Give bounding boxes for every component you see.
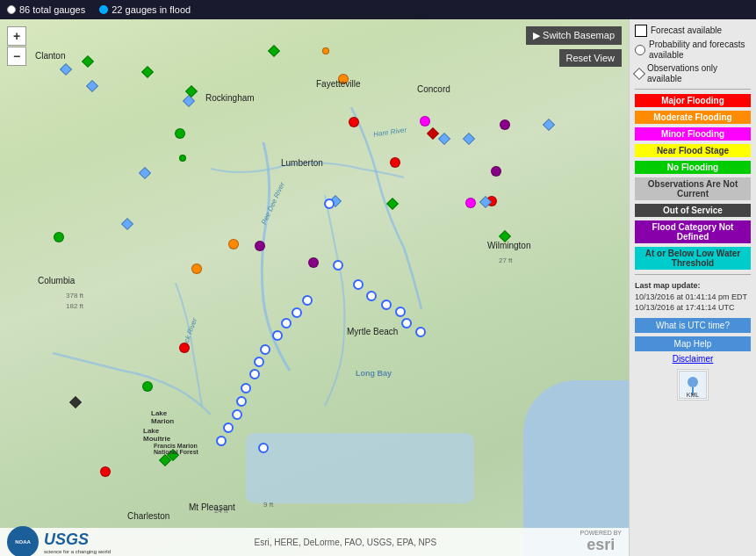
map-area[interactable]: + − ▶ Switch Basemap Reset View Lumberto… xyxy=(0,19,629,556)
legend-low-water: At or Below Low Water Threshold xyxy=(635,247,751,270)
legend-near-flood-stage: Near Flood Stage xyxy=(635,144,751,157)
zoom-in-button[interactable]: + xyxy=(7,26,26,46)
marker-lbdiamond-10 xyxy=(544,120,553,129)
marker-gdiamond-3 xyxy=(270,47,278,55)
kml-svg: KML xyxy=(679,371,707,399)
marker-gdiamond-1 xyxy=(83,57,92,66)
marker-lbdiamond-2 xyxy=(88,82,97,90)
legend-probability: Probability and forecasts available xyxy=(635,40,751,61)
marker-bluec-6 xyxy=(395,307,406,317)
flood-gauges-info: 22 gauges in flood xyxy=(99,4,191,15)
svg-point-1 xyxy=(688,377,698,387)
total-gauges-info: 86 total gauges xyxy=(7,4,85,15)
marker-bluec-9 xyxy=(281,318,292,329)
map-footer: NOAA USGS science for a changing world E… xyxy=(0,528,629,556)
legend-minor-flooding: Minor Flooding xyxy=(635,127,751,141)
main-container: 86 total gauges 22 gauges in flood xyxy=(0,0,756,556)
marker-red-2 xyxy=(390,157,400,168)
last-update-edt: 10/13/2016 at 01:41:14 pm EDT xyxy=(635,292,747,301)
marker-bluec-20 xyxy=(401,318,412,329)
disclaimer-link[interactable]: Disclaimer xyxy=(635,354,751,364)
marker-bluec-4 xyxy=(366,291,377,301)
legend-no-flooding: No Flooding xyxy=(635,161,751,174)
marker-bluec-10 xyxy=(272,330,283,341)
switch-basemap-button[interactable]: ▶ Switch Basemap xyxy=(526,26,622,45)
marker-gdiamond-6 xyxy=(169,451,177,459)
total-gauges-dot xyxy=(7,5,16,14)
marker-lbdiamond-7 xyxy=(440,134,449,143)
marker-lbdiamond-3 xyxy=(123,220,132,228)
footer-logos: NOAA USGS science for a changing world xyxy=(7,526,111,556)
noaa-logo: NOAA xyxy=(7,526,39,556)
marker-lbdiamond-8 xyxy=(464,134,473,143)
legend-not-current: Observations Are Not Current xyxy=(635,177,751,200)
marker-bluec-18 xyxy=(216,436,227,446)
legend-probability-label: Probability and forecasts available xyxy=(649,40,751,61)
top-bar: 86 total gauges 22 gauges in flood xyxy=(0,0,756,19)
sidebar-divider-1 xyxy=(635,89,751,90)
legend-forecast-box xyxy=(635,25,647,37)
marker-lbdiamond-9 xyxy=(481,198,490,206)
marker-orange-1 xyxy=(338,74,349,84)
marker-bluec-16 xyxy=(232,409,242,420)
map-help-button[interactable]: Map Help xyxy=(635,336,751,351)
zoom-out-button[interactable]: − xyxy=(7,47,26,66)
marker-bluec-5 xyxy=(381,300,392,310)
marker-reddiamond-1 xyxy=(428,129,437,138)
marker-bluec-14 xyxy=(241,383,251,394)
marker-bluec-3 xyxy=(353,279,364,290)
marker-green-3 xyxy=(175,128,185,139)
marker-bluec-1 xyxy=(324,199,335,209)
footer-attribution: Esri, HERE, DeLorme, FAO, USGS, EPA, NPS xyxy=(254,538,436,547)
marker-orange-3 xyxy=(228,239,239,249)
marker-magenta-1 xyxy=(420,116,430,126)
marker-bluec-2 xyxy=(333,260,343,271)
zoom-controls: + − xyxy=(7,26,26,66)
legend-forecast-label: Forecast available xyxy=(651,25,722,36)
kml-icon[interactable]: KML xyxy=(677,369,709,401)
marker-bluec-11 xyxy=(260,344,270,355)
marker-lbdiamond-1 xyxy=(61,65,70,74)
marker-bluec-8 xyxy=(292,307,302,318)
marker-purple-2 xyxy=(500,119,510,130)
what-is-utc-button[interactable]: What is UTC time? xyxy=(635,318,751,333)
marker-red-1 xyxy=(349,117,359,127)
marker-purple-4 xyxy=(308,257,319,268)
esri-logo: POWERED BY esri xyxy=(580,530,622,554)
marker-gdiamond-7 xyxy=(187,87,196,96)
marker-bluec-19 xyxy=(258,443,269,453)
marker-red-5 xyxy=(179,343,190,353)
marker-gdiamond-2 xyxy=(143,68,152,76)
sidebar: Forecast available Probability and forec… xyxy=(629,19,756,556)
sidebar-divider-2 xyxy=(635,274,751,275)
marker-green-1 xyxy=(54,232,64,242)
esri-powered-label: POWERED BY xyxy=(580,530,622,536)
marker-bluec-7 xyxy=(302,295,313,306)
legend-forecast: Forecast available xyxy=(635,25,751,37)
esri-text: esri xyxy=(587,536,615,554)
legend-observations-diamond xyxy=(633,68,645,80)
content-row: + − ▶ Switch Basemap Reset View Lumberto… xyxy=(0,19,756,556)
usgs-tagline: science for a changing world xyxy=(44,549,111,554)
marker-bluec-12 xyxy=(254,357,264,367)
marker-red-4 xyxy=(100,466,111,477)
usgs-logo-container: USGS science for a changing world xyxy=(44,531,111,554)
marker-orange-small xyxy=(322,47,329,54)
legend-observations-label: Observations only available xyxy=(647,63,751,84)
marker-bluec-15 xyxy=(236,396,247,407)
last-update-block: Last map update: 10/13/2016 at 01:41:14 … xyxy=(635,280,751,314)
marker-green-4 xyxy=(179,155,186,162)
marker-purple-3 xyxy=(255,241,265,251)
legend-major-flooding: Major Flooding xyxy=(635,94,751,107)
marker-lbdiamond-4 xyxy=(140,169,149,177)
marker-bluec-13 xyxy=(249,369,260,379)
marker-purple-1 xyxy=(491,166,501,177)
reset-view-button[interactable]: Reset View xyxy=(559,49,622,67)
total-gauges-label: 86 total gauges xyxy=(19,4,85,15)
flood-gauges-label: 22 gauges in flood xyxy=(112,4,191,15)
legend-moderate-flooding: Moderate Flooding xyxy=(635,111,751,124)
marker-bluec-17 xyxy=(223,422,234,433)
marker-green-2 xyxy=(142,381,153,392)
legend-out-of-service: Out of Service xyxy=(635,204,751,217)
flood-gauges-dot xyxy=(99,5,108,14)
